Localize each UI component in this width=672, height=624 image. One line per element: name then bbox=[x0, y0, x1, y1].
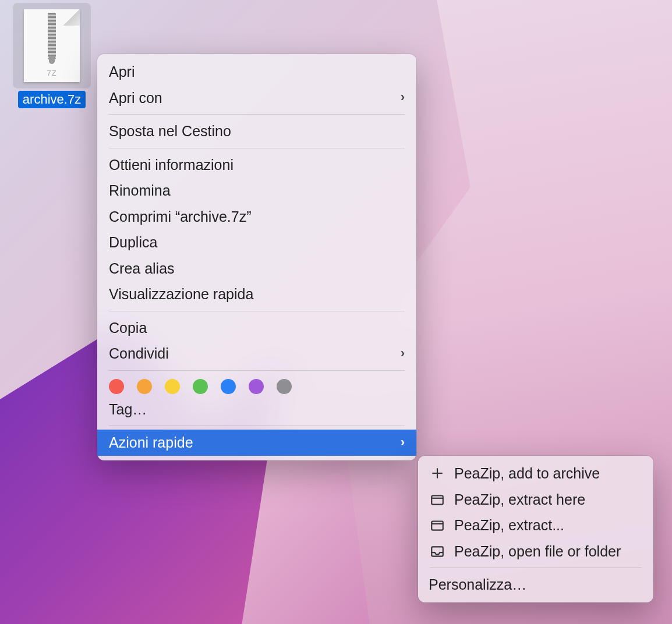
menu-get-info[interactable]: Ottieni informazioni bbox=[97, 152, 416, 178]
menu-separator bbox=[109, 426, 405, 426]
archive-file-icon: 7Z bbox=[24, 9, 80, 82]
svg-rect-4 bbox=[432, 522, 443, 530]
menu-item-label: Duplica bbox=[109, 233, 157, 252]
folder-icon bbox=[429, 491, 446, 508]
menu-separator bbox=[109, 311, 405, 311]
menu-separator bbox=[109, 370, 405, 371]
menu-move-to-trash[interactable]: Sposta nel Cestino bbox=[97, 118, 416, 144]
menu-open[interactable]: Apri bbox=[97, 59, 416, 85]
chevron-right-icon: › bbox=[401, 345, 405, 362]
menu-item-label: Tag… bbox=[109, 400, 147, 419]
submenu-item-label: PeaZip, extract... bbox=[454, 516, 564, 535]
submenu-peazip-extract[interactable]: PeaZip, extract... bbox=[418, 512, 653, 538]
zipper-icon bbox=[48, 13, 56, 59]
tray-icon bbox=[429, 543, 446, 560]
submenu-item-label: PeaZip, add to archive bbox=[454, 464, 600, 483]
menu-quick-actions[interactable]: Azioni rapide › bbox=[97, 430, 416, 456]
menu-open-with[interactable]: Apri con › bbox=[97, 85, 416, 111]
menu-item-label: Crea alias bbox=[109, 259, 175, 278]
folder-icon bbox=[429, 516, 446, 534]
file-selection-highlight: 7Z bbox=[13, 3, 91, 88]
tag-yellow[interactable] bbox=[165, 379, 180, 394]
menu-separator bbox=[109, 148, 405, 148]
submenu-peazip-open[interactable]: PeaZip, open file or folder bbox=[418, 538, 653, 565]
tag-blue[interactable] bbox=[221, 379, 236, 394]
menu-separator bbox=[109, 114, 405, 115]
svg-rect-2 bbox=[432, 495, 443, 504]
menu-quick-look[interactable]: Visualizzazione rapida bbox=[97, 281, 416, 307]
chevron-right-icon: › bbox=[401, 89, 405, 106]
menu-duplicate[interactable]: Duplica bbox=[97, 229, 416, 256]
menu-make-alias[interactable]: Crea alias bbox=[97, 256, 416, 282]
tag-orange[interactable] bbox=[137, 379, 152, 394]
desktop-file[interactable]: 7Z archive.7z bbox=[13, 3, 91, 108]
submenu-customize[interactable]: Personalizza… bbox=[418, 572, 653, 598]
menu-item-label: Visualizzazione rapida bbox=[109, 285, 253, 304]
menu-item-label: Comprimi “archive.7z” bbox=[109, 207, 251, 226]
submenu-item-label: Personalizza… bbox=[429, 575, 526, 594]
menu-share[interactable]: Condividi › bbox=[97, 341, 416, 367]
file-extension: 7Z bbox=[47, 69, 56, 77]
submenu-item-label: PeaZip, open file or folder bbox=[454, 542, 621, 561]
file-name-label[interactable]: archive.7z bbox=[18, 91, 86, 108]
menu-item-label: Apri con bbox=[109, 88, 162, 108]
chevron-right-icon: › bbox=[401, 434, 405, 451]
menu-separator bbox=[430, 568, 642, 568]
menu-item-label: Condividi bbox=[109, 344, 169, 363]
tag-purple[interactable] bbox=[249, 379, 264, 394]
menu-item-label: Azioni rapide bbox=[109, 433, 193, 452]
plus-icon bbox=[429, 465, 446, 482]
menu-copy[interactable]: Copia bbox=[97, 315, 416, 341]
tag-red[interactable] bbox=[109, 379, 124, 394]
menu-item-label: Rinomina bbox=[109, 181, 171, 200]
menu-item-label: Apri bbox=[109, 62, 135, 81]
submenu-peazip-add[interactable]: PeaZip, add to archive bbox=[418, 460, 653, 487]
tag-gray[interactable] bbox=[277, 379, 292, 394]
menu-rename[interactable]: Rinomina bbox=[97, 178, 416, 204]
color-tags-row bbox=[97, 374, 416, 396]
menu-item-label: Sposta nel Cestino bbox=[109, 122, 231, 141]
menu-compress[interactable]: Comprimi “archive.7z” bbox=[97, 204, 416, 230]
menu-item-label: Ottieni informazioni bbox=[109, 155, 234, 175]
submenu-peazip-extract-here[interactable]: PeaZip, extract here bbox=[418, 487, 653, 513]
menu-item-label: Copia bbox=[109, 318, 147, 338]
quick-actions-submenu: PeaZip, add to archive PeaZip, extract h… bbox=[418, 456, 653, 602]
submenu-item-label: PeaZip, extract here bbox=[454, 490, 585, 509]
tag-green[interactable] bbox=[193, 379, 208, 394]
context-menu: Apri Apri con › Sposta nel Cestino Ottie… bbox=[97, 54, 416, 460]
menu-tags[interactable]: Tag… bbox=[97, 396, 416, 423]
